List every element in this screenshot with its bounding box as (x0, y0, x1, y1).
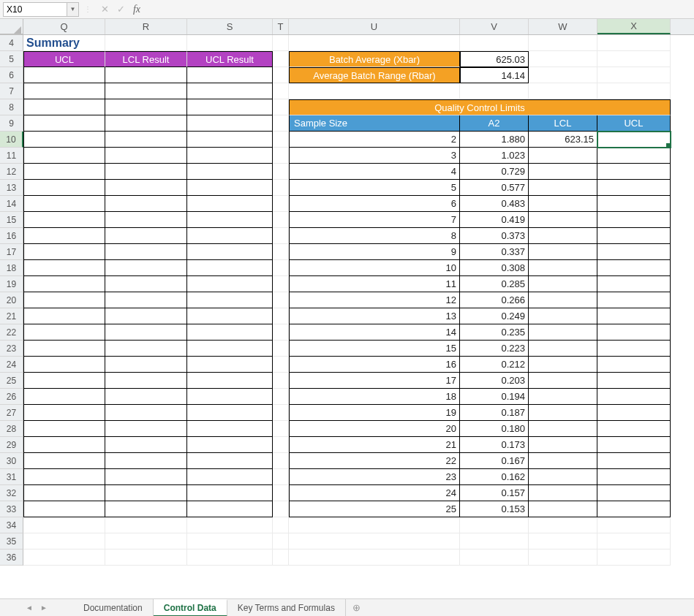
cell-R5[interactable]: LCL Result (105, 51, 187, 67)
cell-U29[interactable]: 21 (289, 437, 460, 453)
cell-W34[interactable] (529, 517, 597, 533)
cell-U36[interactable] (289, 550, 460, 566)
cell-Q11[interactable] (23, 148, 105, 164)
cell-Q18[interactable] (23, 260, 105, 276)
cell-T9[interactable] (273, 115, 289, 132)
cell-Q20[interactable] (23, 292, 105, 308)
row-header-16[interactable]: 16 (0, 228, 23, 244)
cell-X20[interactable] (597, 292, 671, 308)
cell-W31[interactable] (529, 469, 597, 485)
cell-R16[interactable] (105, 228, 187, 244)
cell-Q29[interactable] (23, 437, 105, 453)
row-header-4[interactable]: 4 (0, 35, 23, 51)
cell-R22[interactable] (105, 324, 187, 341)
cell-S10[interactable] (187, 132, 273, 148)
cell-X26[interactable] (597, 389, 671, 405)
row-header-30[interactable]: 30 (0, 453, 23, 469)
cell-V20[interactable]: 0.266 (460, 292, 529, 308)
cell-R33[interactable] (105, 501, 187, 517)
cell-U14[interactable]: 6 (289, 196, 460, 212)
col-header-R[interactable]: R (105, 19, 187, 34)
cell-X4[interactable] (597, 35, 671, 51)
cell-X24[interactable] (597, 357, 671, 373)
cell-Q25[interactable] (23, 373, 105, 389)
cell-W4[interactable] (529, 35, 597, 51)
row-header-25[interactable]: 25 (0, 373, 23, 389)
cell-W28[interactable] (529, 421, 597, 437)
row-header-7[interactable]: 7 (0, 83, 23, 99)
cell-Q8[interactable] (23, 99, 105, 115)
row-header-6[interactable]: 6 (0, 67, 23, 83)
cell-R15[interactable] (105, 212, 187, 228)
cell-R19[interactable] (105, 276, 187, 292)
cell-S25[interactable] (187, 373, 273, 389)
cell-S5[interactable]: UCL Result (187, 51, 273, 67)
cell-V14[interactable]: 0.483 (460, 196, 529, 212)
cell-U18[interactable]: 10 (289, 260, 460, 276)
cell-V17[interactable]: 0.337 (460, 244, 529, 260)
cell-R17[interactable] (105, 244, 187, 260)
cell-S16[interactable] (187, 228, 273, 244)
cell-T34[interactable] (273, 517, 289, 533)
cell-Q24[interactable] (23, 357, 105, 373)
cell-S15[interactable] (187, 212, 273, 228)
cell-T20[interactable] (273, 292, 289, 308)
cell-R14[interactable] (105, 196, 187, 212)
cell-R25[interactable] (105, 373, 187, 389)
cell-T23[interactable] (273, 341, 289, 357)
cell-X7[interactable] (597, 83, 671, 99)
row-header-27[interactable]: 27 (0, 405, 23, 421)
row-header-9[interactable]: 9 (0, 115, 23, 132)
cell-T36[interactable] (273, 550, 289, 566)
cell-S20[interactable] (187, 292, 273, 308)
cell-Q7[interactable] (23, 83, 105, 99)
cell-V9[interactable]: A2 (460, 115, 529, 132)
cell-Q35[interactable] (23, 533, 105, 550)
cell-W5[interactable] (529, 51, 597, 67)
cell-V23[interactable]: 0.223 (460, 341, 529, 357)
cell-R31[interactable] (105, 469, 187, 485)
cell-W13[interactable] (529, 180, 597, 196)
cell-T27[interactable] (273, 405, 289, 421)
cell-S26[interactable] (187, 389, 273, 405)
cell-S24[interactable] (187, 357, 273, 373)
cell-W29[interactable] (529, 437, 597, 453)
cell-T22[interactable] (273, 324, 289, 341)
cell-X10[interactable] (597, 132, 671, 148)
cell-V16[interactable]: 0.373 (460, 228, 529, 244)
cell-S13[interactable] (187, 180, 273, 196)
cell-X31[interactable] (597, 469, 671, 485)
cell-S36[interactable] (187, 550, 273, 566)
cell-T17[interactable] (273, 244, 289, 260)
cell-V21[interactable]: 0.249 (460, 308, 529, 324)
cell-R28[interactable] (105, 421, 187, 437)
cell-R21[interactable] (105, 308, 187, 324)
cell-W10[interactable]: 623.15 (529, 132, 597, 148)
cell-R11[interactable] (105, 148, 187, 164)
cell-T31[interactable] (273, 469, 289, 485)
cell-S17[interactable] (187, 244, 273, 260)
cell-Q22[interactable] (23, 324, 105, 341)
cell-V28[interactable]: 0.180 (460, 421, 529, 437)
cancel-icon[interactable]: ✕ (97, 1, 113, 18)
cell-U9[interactable]: Sample Size (289, 115, 460, 132)
cell-T33[interactable] (273, 501, 289, 517)
cell-U22[interactable]: 14 (289, 324, 460, 341)
cell-R10[interactable] (105, 132, 187, 148)
row-header-34[interactable]: 34 (0, 517, 23, 533)
col-header-T[interactable]: T (273, 19, 289, 34)
cell-W24[interactable] (529, 357, 597, 373)
cell-T30[interactable] (273, 453, 289, 469)
cell-R26[interactable] (105, 389, 187, 405)
cell-S7[interactable] (187, 83, 273, 99)
col-header-V[interactable]: V (460, 19, 529, 34)
cell-W30[interactable] (529, 453, 597, 469)
cell-X33[interactable] (597, 501, 671, 517)
cell-T7[interactable] (273, 83, 289, 99)
cell-T29[interactable] (273, 437, 289, 453)
add-sheet-button[interactable]: ⊕ (346, 599, 368, 616)
name-box-dropdown[interactable]: ▼ (67, 2, 79, 17)
cell-W8[interactable] (529, 99, 597, 115)
cell-X28[interactable] (597, 421, 671, 437)
cell-W16[interactable] (529, 228, 597, 244)
